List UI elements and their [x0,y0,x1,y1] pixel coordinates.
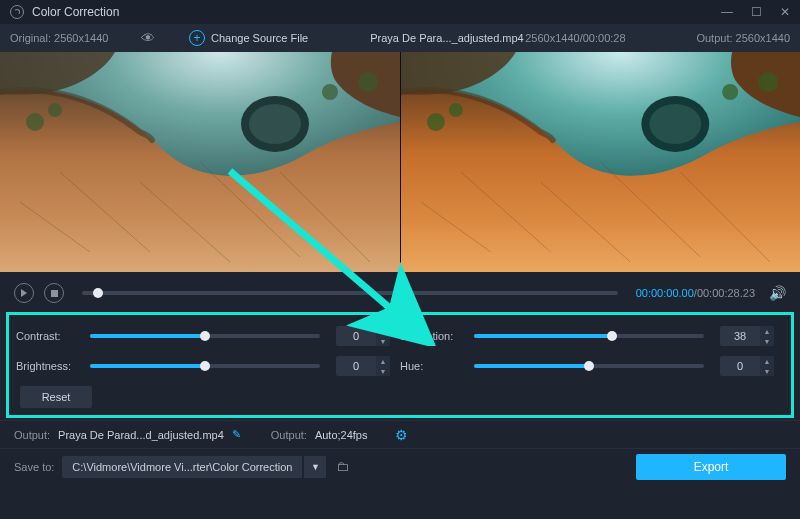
change-source-label: Change Source File [211,32,308,44]
contrast-value: 0 [336,330,376,342]
svg-point-11 [449,103,463,117]
export-button[interactable]: Export [636,454,786,480]
down-icon[interactable]: ▼ [376,336,390,346]
contrast-stepper[interactable]: ▲▼ [376,326,390,346]
settings-gear-icon[interactable]: ⚙ [395,427,408,443]
hue-slider[interactable] [474,364,704,368]
preview-row [0,52,800,272]
timeline-knob[interactable] [93,288,103,298]
info-bar: Original: 2560x1440 👁 + Change Source Fi… [0,24,800,52]
plus-icon: + [189,30,205,46]
svg-point-2 [249,104,301,144]
contrast-spinbox[interactable]: 0 ▲▼ [336,326,390,346]
stop-button[interactable] [44,283,64,303]
down-icon[interactable]: ▼ [376,366,390,376]
window-controls: — ☐ ✕ [721,6,790,18]
preview-adjusted [400,52,800,272]
preview-original [0,52,400,272]
svg-point-6 [358,72,378,92]
up-icon[interactable]: ▲ [760,356,774,366]
svg-point-4 [48,103,62,117]
saturation-spinbox[interactable]: 38 ▲▼ [720,326,774,346]
change-source-button[interactable]: + Change Source File [189,30,308,46]
volume-icon[interactable]: 🔊 [769,285,786,301]
svg-point-12 [722,84,738,100]
svg-point-5 [322,84,338,100]
contrast-slider[interactable] [90,334,320,338]
saturation-slider[interactable] [474,334,704,338]
contrast-label: Contrast: [16,330,82,342]
saturation-label: Saturation: [400,330,466,342]
save-row: Save to: C:\Vidmore\Vidmore Vi...rter\Co… [0,448,800,484]
hue-label: Hue: [400,360,466,372]
saturation-row: Saturation: 38 ▲▼ [400,326,784,346]
brightness-spinbox[interactable]: 0 ▲▼ [336,356,390,376]
save-path-dropdown[interactable]: ▼ [304,456,326,478]
svg-point-9 [649,104,701,144]
up-icon[interactable]: ▲ [376,326,390,336]
brightness-slider[interactable] [90,364,320,368]
time-total: /00:00:28.23 [694,287,755,299]
preview-eye-icon[interactable]: 👁 [141,30,155,46]
playback-timeline[interactable] [82,291,618,295]
svg-point-3 [26,113,44,131]
minimize-button[interactable]: — [721,6,733,18]
output-row: Output: Praya De Parad...d_adjusted.mp4 … [0,420,800,448]
saturation-stepper[interactable]: ▲▼ [760,326,774,346]
hue-value: 0 [720,360,760,372]
output-size-label: Output: 2560x1440 [696,32,790,44]
brightness-row: Brightness: 0 ▲▼ [16,356,400,376]
window-title: Color Correction [32,5,721,19]
hue-spinbox[interactable]: 0 ▲▼ [720,356,774,376]
brightness-value: 0 [336,360,376,372]
save-to-label: Save to: [14,461,54,473]
save-path-field[interactable]: C:\Vidmore\Vidmore Vi...rter\Color Corre… [62,456,302,478]
transport-bar: 00:00:00.00/00:00:28.23 🔊 [0,272,800,314]
original-size-label: Original: 2560x1440 [10,32,135,44]
play-button[interactable] [14,283,34,303]
color-controls-panel: Contrast: 0 ▲▼ Saturation: 38 ▲▼ Brightn… [10,316,790,414]
up-icon[interactable]: ▲ [376,356,390,366]
hue-row: Hue: 0 ▲▼ [400,356,784,376]
source-filename: Praya De Para..._adjusted.mp4 [370,32,525,44]
output-format-label: Output: [271,429,307,441]
svg-point-13 [758,72,778,92]
output-format-value: Auto;24fps [315,429,368,441]
source-meta: 2560x1440/00:00:28 [525,32,625,44]
close-button[interactable]: ✕ [780,6,790,18]
down-icon[interactable]: ▼ [760,336,774,346]
up-icon[interactable]: ▲ [760,326,774,336]
time-display: 00:00:00.00/00:00:28.23 [636,287,755,299]
down-icon[interactable]: ▼ [760,366,774,376]
open-folder-icon[interactable]: 🗀 [336,459,349,474]
output-file-value: Praya De Parad...d_adjusted.mp4 [58,429,224,441]
time-elapsed: 00:00:00.00 [636,287,694,299]
reset-row: Reset [16,386,784,408]
brightness-stepper[interactable]: ▲▼ [376,356,390,376]
output-file-label: Output: [14,429,50,441]
contrast-row: Contrast: 0 ▲▼ [16,326,400,346]
maximize-button[interactable]: ☐ [751,6,762,18]
brightness-label: Brightness: [16,360,82,372]
svg-point-10 [427,113,445,131]
hue-stepper[interactable]: ▲▼ [760,356,774,376]
reset-button[interactable]: Reset [20,386,92,408]
svg-rect-14 [51,290,58,297]
edit-filename-icon[interactable]: ✎ [232,428,241,441]
app-icon [10,5,24,19]
saturation-value: 38 [720,330,760,342]
titlebar: Color Correction — ☐ ✕ [0,0,800,24]
